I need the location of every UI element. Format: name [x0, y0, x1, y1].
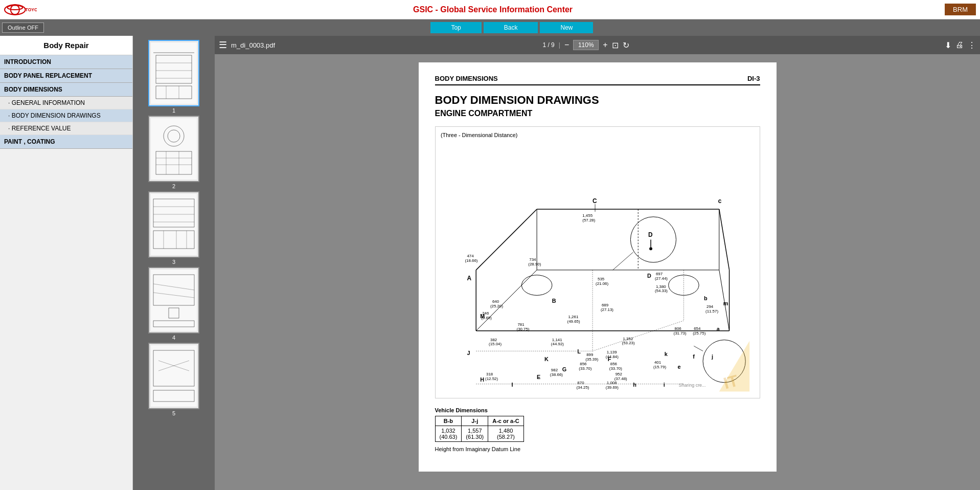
- pdf-zoom-in-button[interactable]: +: [603, 40, 607, 50]
- cell-ac: 1,480(58.27): [488, 426, 524, 442]
- sidebar-title: Body Repair: [0, 36, 132, 55]
- svg-text:(30.75): (30.75): [516, 327, 529, 331]
- svg-text:(27.44): (27.44): [654, 276, 667, 281]
- pdf-rotate-button[interactable]: ↻: [623, 40, 629, 50]
- sidebar-item-reference-value[interactable]: · REFERENCE VALUE: [0, 122, 132, 135]
- svg-text:(Three - Dimensional Distance): (Three - Dimensional Distance): [440, 132, 517, 138]
- pdf-print-button[interactable]: 🖨: [955, 40, 964, 50]
- page-subtitle: ENGINE COMPARTMENT: [435, 109, 760, 118]
- svg-text:(34.25): (34.25): [576, 385, 589, 390]
- top-button[interactable]: Top: [430, 22, 481, 33]
- svg-text:870: 870: [577, 381, 584, 385]
- svg-text:(15.04): (15.04): [489, 342, 502, 346]
- pdf-filename: m_di_0003.pdf: [231, 41, 538, 49]
- thumbnail-5[interactable]: 5: [148, 343, 199, 416]
- svg-text:(9.69): (9.69): [481, 316, 492, 320]
- svg-text:(18.66): (18.66): [465, 258, 477, 263]
- svg-rect-23: [153, 231, 194, 249]
- svg-rect-19: [153, 199, 194, 227]
- svg-text:(54.33): (54.33): [654, 288, 667, 293]
- svg-text:246: 246: [482, 311, 489, 316]
- pdf-download-button[interactable]: ⬇: [945, 40, 951, 50]
- svg-text:k: k: [664, 351, 668, 357]
- thumbnail-1[interactable]: 1: [148, 40, 199, 114]
- svg-text:689: 689: [601, 303, 608, 307]
- page-header-left: BODY DIMENSIONS: [435, 75, 498, 82]
- pdf-zoom-input[interactable]: [573, 40, 599, 50]
- pdf-content[interactable]: BODY DIMENSIONS DI-3 BODY DIMENSION DRAW…: [215, 54, 980, 490]
- svg-text:(49.65): (49.65): [567, 319, 580, 324]
- svg-rect-14: [156, 151, 192, 174]
- thumbnail-4[interactable]: 4: [148, 267, 199, 341]
- svg-text:(31.73): (31.73): [673, 331, 686, 336]
- svg-text:(28.90): (28.90): [528, 262, 541, 266]
- svg-text:982: 982: [551, 368, 557, 372]
- new-button[interactable]: New: [540, 22, 593, 33]
- svg-text:f: f: [693, 353, 695, 360]
- svg-text:734: 734: [529, 257, 536, 262]
- svg-text:952: 952: [615, 372, 622, 376]
- svg-rect-5: [156, 55, 192, 83]
- svg-text:D: D: [648, 231, 653, 238]
- svg-text:(21.06): (21.06): [596, 281, 608, 286]
- thumbnail-2[interactable]: 2: [148, 116, 199, 189]
- svg-text:B: B: [552, 298, 556, 304]
- svg-text:E: E: [537, 374, 540, 380]
- back-button[interactable]: Back: [484, 22, 538, 33]
- thumb-label-2: 2: [172, 183, 175, 189]
- svg-text:(38.66): (38.66): [550, 372, 562, 377]
- svg-text:1,455: 1,455: [582, 213, 592, 218]
- pdf-menu-icon[interactable]: ☰: [219, 39, 227, 51]
- svg-text:382: 382: [490, 338, 496, 342]
- svg-text:c: c: [718, 197, 721, 205]
- thumb-label-4: 4: [172, 335, 175, 341]
- svg-text:1,139: 1,139: [606, 350, 617, 354]
- svg-text:D: D: [647, 273, 651, 279]
- svg-text:(53.23): (53.23): [622, 341, 634, 345]
- svg-text:e: e: [677, 364, 680, 370]
- thumb-label-1: 1: [172, 107, 175, 114]
- pdf-toolbar: ☰ m_di_0003.pdf 1 / 9 | − + ⊡ ↻ ⬇ 🖨 ⋮: [215, 36, 980, 54]
- svg-text:806: 806: [674, 326, 681, 331]
- thumbnail-3[interactable]: 3: [148, 191, 199, 265]
- page-title: BODY DIMENSION DRAWINGS: [435, 94, 760, 107]
- pdf-page: BODY DIMENSIONS DI-3 BODY DIMENSION DRAW…: [419, 62, 777, 472]
- sidebar-item-body-dimensions[interactable]: BODY DIMENSIONS: [0, 83, 132, 97]
- svg-rect-30: [169, 308, 179, 318]
- svg-text:(11.57): (11.57): [705, 309, 718, 314]
- svg-text:654: 654: [694, 326, 701, 331]
- table-header-ac: A-c or a-C: [488, 416, 524, 426]
- svg-text:h: h: [633, 382, 636, 388]
- pdf-zoom-out-button[interactable]: −: [564, 40, 569, 50]
- svg-text:j: j: [711, 353, 713, 360]
- drawing-area: (Three - Dimensional Distance): [435, 126, 760, 398]
- svg-text:474: 474: [467, 254, 474, 258]
- svg-rect-32: [153, 350, 194, 386]
- sidebar-item-body-panel[interactable]: BODY PANEL REPLACEMENT: [0, 69, 132, 83]
- svg-rect-31: [153, 321, 194, 327]
- svg-text:m: m: [723, 300, 728, 306]
- svg-text:856: 856: [580, 362, 587, 366]
- svg-text:(44.84): (44.84): [605, 354, 618, 359]
- svg-text:b: b: [704, 295, 708, 301]
- svg-text:(39.69): (39.69): [605, 385, 618, 390]
- svg-text:L: L: [577, 348, 581, 354]
- sidebar-item-paint-coating[interactable]: PAINT , COATING: [0, 135, 132, 149]
- outline-off-button[interactable]: Outline OFF: [2, 23, 44, 33]
- svg-text:(57.28): (57.28): [582, 218, 595, 222]
- pdf-more-button[interactable]: ⋮: [968, 40, 976, 50]
- svg-text:697: 697: [655, 272, 662, 276]
- svg-text:640: 640: [492, 299, 499, 304]
- svg-text:899: 899: [586, 352, 594, 357]
- sidebar-item-body-dim-drawings[interactable]: · BODY DIMENSION DRAWINGS: [0, 109, 132, 122]
- svg-rect-27: [153, 275, 194, 305]
- pdf-fit-page-button[interactable]: ⊡: [612, 40, 619, 50]
- sidebar-item-introduction[interactable]: INTRODUCTION: [0, 55, 132, 69]
- vehicle-dim-label: Vehicle Dimensions: [435, 407, 488, 413]
- sidebar-item-general-info[interactable]: · GENERAL INFORMATION: [0, 97, 132, 109]
- svg-text:(12.52): (12.52): [485, 376, 498, 381]
- svg-text:401: 401: [654, 360, 661, 365]
- svg-text:(27.13): (27.13): [600, 307, 613, 312]
- thumbnail-panel: 1 2: [133, 36, 215, 490]
- page-header-right: DI-3: [747, 75, 760, 82]
